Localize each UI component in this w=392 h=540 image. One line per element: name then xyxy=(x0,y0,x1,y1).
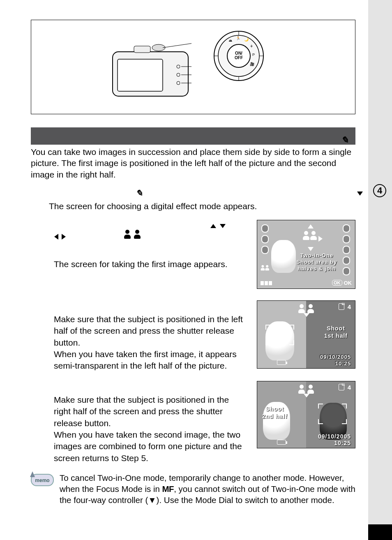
step-3-title: Take the first image. xyxy=(54,300,248,312)
step-1: 1 Set the Mode Dial to ✎ and press the f… xyxy=(31,187,355,212)
svg-text:⚘: ⚘ xyxy=(250,44,253,48)
step-number: 4 xyxy=(31,381,49,464)
digital-effect-icon: ✎ xyxy=(136,188,143,198)
memory-card-icon xyxy=(339,384,344,390)
step-2-body: The screen for taking the first image ap… xyxy=(54,258,248,270)
step-number: 2 xyxy=(31,220,49,289)
mode-icons-left xyxy=(261,224,270,256)
svg-text:P: P xyxy=(252,53,255,57)
memo-badge: memo xyxy=(31,474,54,486)
chapter-number-badge: 4 xyxy=(373,184,386,197)
ok-indicator: OK OK xyxy=(332,280,352,286)
left-arrow-icon xyxy=(54,234,58,240)
on-off-label: ON/ xyxy=(235,51,242,55)
memo-text: To cancel Two-in-One mode, temporarily c… xyxy=(60,472,355,505)
remaining-count: 4 xyxy=(348,303,351,310)
step-number: 1 xyxy=(31,187,49,212)
two-in-one-icon xyxy=(124,230,131,239)
chapter-sidebar xyxy=(368,0,392,526)
camera-illustration-box: ON/ OFF ⛰🏃🌙 ⚘P🎥 xyxy=(31,20,355,114)
screen-shoot-second-half: 4 Shoot 2nd half 09/10/2005 10:25 xyxy=(257,381,355,448)
down-arrow-icon xyxy=(220,224,226,228)
two-in-one-icon xyxy=(134,230,141,239)
top-right-status: 4 xyxy=(339,384,351,391)
shoot-instruction: Shoot 1st half xyxy=(324,325,348,339)
svg-text:⛰: ⛰ xyxy=(228,38,232,42)
down-arrow-icon xyxy=(304,394,309,397)
step-3-body: Make sure that the subject is positioned… xyxy=(54,314,248,372)
mode-description: Two-in-One Shoot area by halves & join xyxy=(283,252,351,272)
intro-paragraph: You can take two images in succession an… xyxy=(31,146,355,180)
panorama-mini-icon xyxy=(261,281,272,285)
svg-rect-2 xyxy=(134,46,150,53)
date-display: 09/10/2005 xyxy=(318,433,351,440)
step-4-title: Take the second image. xyxy=(54,381,248,392)
up-arrow-icon xyxy=(210,224,216,228)
svg-text:🎥: 🎥 xyxy=(250,62,255,67)
date-display: 09/10/2005 xyxy=(320,354,351,360)
screen-shoot-first-half: 4 Shoot 1st half 09/10/2005 10:25 xyxy=(257,300,355,369)
step-2: 2 Use the four-way controller (▲▼◀▶) to … xyxy=(31,220,355,289)
step-4-body: Make sure that the subject is positioned… xyxy=(54,394,248,464)
svg-line-10 xyxy=(163,43,191,48)
focus-brackets-right xyxy=(318,404,347,424)
shoot-instruction: Shoot 2nd half xyxy=(262,405,288,420)
camera-back-drawing xyxy=(109,43,191,100)
step-1-title: Set the Mode Dial to ✎ and press the fou… xyxy=(49,187,355,199)
memory-card-icon xyxy=(339,303,344,310)
down-arrow-icon xyxy=(304,313,309,317)
top-right-status: 4 xyxy=(339,303,351,310)
step-2-title: Use the four-way controller (▲▼◀▶) to se… xyxy=(54,220,248,243)
time-display: 10:25 xyxy=(334,440,351,446)
battery-icon xyxy=(277,360,286,365)
svg-text:OFF: OFF xyxy=(235,55,243,60)
remaining-count: 4 xyxy=(348,384,351,391)
step-number: 3 xyxy=(31,300,49,372)
section-heading-bar xyxy=(31,127,355,145)
two-in-one-icon-selected xyxy=(302,231,317,242)
svg-text:🌙: 🌙 xyxy=(244,37,249,42)
step-1-body: The screen for choosing a digital effect… xyxy=(49,201,355,212)
up-arrow-icon xyxy=(308,224,314,228)
down-arrow-icon xyxy=(357,192,363,196)
digital-effect-icon: ✎ xyxy=(341,135,348,145)
memo-note: memo To cancel Two-in-One mode, temporar… xyxy=(31,472,355,505)
right-arrow-icon xyxy=(318,236,323,242)
time-display: 10:25 xyxy=(335,360,351,367)
step-3: 3 Take the first image. Make sure that t… xyxy=(31,300,355,372)
battery-icon xyxy=(277,440,286,445)
screen-mode-select: Two-in-One Shoot area by halves & join O… xyxy=(257,220,355,289)
svg-text:🏃: 🏃 xyxy=(236,36,241,41)
svg-rect-1 xyxy=(118,59,163,91)
chapter-tab xyxy=(368,524,392,540)
down-arrow-icon xyxy=(308,247,314,251)
side-mini-icons xyxy=(261,265,275,276)
focus-brackets-left xyxy=(265,325,294,345)
step-4: 4 Take the second image. Make sure that … xyxy=(31,381,355,464)
mode-dial-drawing: ON/ OFF ⛰🏃🌙 ⚘P🎥 xyxy=(212,29,265,83)
mf-label: MF xyxy=(162,484,174,494)
right-arrow-icon xyxy=(62,234,66,240)
